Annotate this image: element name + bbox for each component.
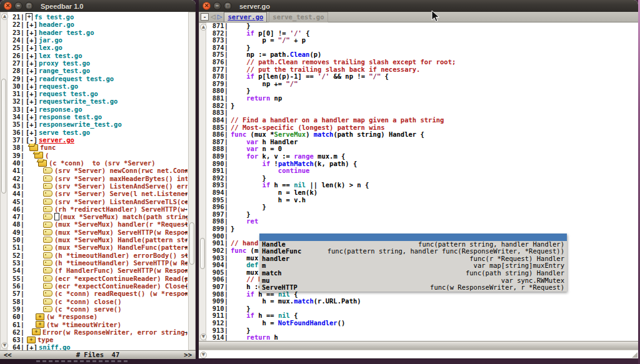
group-open-icon[interactable] bbox=[38, 160, 47, 167]
speedbar-row[interactable]: 30|[+]request.go bbox=[8, 82, 188, 90]
speedbar-item-label[interactable]: (mux *ServeMux) match(path string) Ha bbox=[59, 213, 188, 220]
code-line[interactable]: 891| continue bbox=[207, 167, 637, 175]
speedbar-item-label[interactable]: (ecr *expectContinueReader) Close() e bbox=[54, 282, 188, 290]
tab-server-go[interactable]: server.go bbox=[224, 12, 267, 22]
speedbar-row[interactable]: 22|[+]header.go bbox=[8, 21, 188, 28]
tab-scroll-left-icon[interactable]: ◁ bbox=[211, 13, 216, 21]
completion-candidate[interactable]: ServeHTTPfunc(w ResponseWriter, r *Reque… bbox=[259, 284, 567, 292]
speedbar-item-label[interactable]: (f HandlerFunc) ServeHTTP(w ResponseW bbox=[54, 267, 188, 274]
speedbar-row[interactable]: 42|(srv *Server) maxHeaderBytes() int bbox=[8, 175, 188, 182]
code-line[interactable]: 895| h = v.h bbox=[207, 197, 637, 204]
speedbar-row[interactable]: 43|(srv *Server) ListenAndServe() error bbox=[8, 182, 188, 190]
speedbar-row[interactable]: 54|(f HandlerFunc) ServeHTTP(w ResponseW… bbox=[8, 267, 188, 274]
speedbar-row[interactable]: 44|(srv *Server) Serve(l net.Listener) e… bbox=[8, 190, 188, 197]
code-line[interactable]: 875| np := path.Clean(p) bbox=[207, 51, 637, 59]
completion-popup[interactable]: Handlefunc(pattern string, handler Handl… bbox=[259, 234, 567, 292]
code-line[interactable]: 898| ret bbox=[207, 218, 637, 225]
speedbar-modeline[interactable]: << # Files 47 >> bbox=[0, 350, 196, 359]
code-line[interactable]: 908| if h == nil { bbox=[207, 291, 637, 298]
speedbar-row[interactable]: 34|[+]response_test.go bbox=[8, 113, 188, 121]
code-line[interactable]: 897| } bbox=[207, 211, 637, 219]
expand-icon[interactable]: [+] bbox=[26, 97, 38, 105]
speedbar-item-label[interactable]: request_test.go bbox=[39, 90, 98, 97]
tag-icon[interactable] bbox=[43, 260, 52, 266]
expand-icon[interactable]: [+] bbox=[26, 67, 38, 74]
speedbar-item-label[interactable]: (h *timeoutHandler) errorBody() strin bbox=[54, 252, 188, 259]
expand-icon[interactable]: [+] bbox=[26, 59, 38, 67]
expand-icon[interactable]: [+] bbox=[26, 343, 38, 350]
speedbar-row[interactable]: 48|(mux *ServeMux) handler(r *Request) H… bbox=[8, 220, 188, 228]
code-line[interactable]: 874| } bbox=[207, 44, 637, 52]
completion-candidate[interactable]: matchfunc(path string) Handler bbox=[259, 270, 567, 277]
completion-candidate[interactable] bbox=[259, 234, 567, 241]
tag-icon[interactable] bbox=[43, 229, 52, 235]
tag-icon[interactable] bbox=[43, 267, 52, 273]
speedbar-row[interactable]: 55|(ecr *expectContinueReader) Read(p []… bbox=[8, 275, 188, 282]
speedbar-row[interactable]: 56|(ecr *expectContinueReader) Close() e… bbox=[8, 282, 188, 290]
tag-icon[interactable] bbox=[43, 190, 52, 197]
code-line[interactable]: 886|func (mux *ServeMux) match(path stri… bbox=[207, 131, 637, 139]
speedbar-item-label[interactable]: range_test.go bbox=[39, 67, 90, 74]
speedbar-item-label[interactable]: (rh *redirectHandler) ServeHTTP(w Res bbox=[54, 205, 188, 213]
close-icon[interactable]: ✕ bbox=[202, 2, 211, 10]
expand-icon[interactable]: [+] bbox=[26, 44, 38, 51]
speedbar-row[interactable]: 45|(srv *Server) ListenAndServeTLS(certF… bbox=[8, 198, 188, 205]
speedbar-row[interactable]: 38|func bbox=[8, 144, 188, 151]
collapse-icon[interactable]: [-] bbox=[26, 136, 38, 144]
speedbar-item-label[interactable]: (tw *timeoutWriter) bbox=[46, 321, 121, 328]
speedbar-row[interactable]: 39|( bbox=[8, 152, 188, 159]
tag-icon[interactable] bbox=[43, 206, 52, 212]
code-line[interactable]: 871| } bbox=[207, 22, 637, 30]
speedbar-scroll-right[interactable]: >> bbox=[184, 351, 192, 359]
speedbar-item-label[interactable]: (srv *Server) ListenAndServe() error bbox=[54, 182, 188, 190]
speedbar-item-label[interactable]: fs_test.go bbox=[34, 13, 74, 21]
speedbar-row[interactable]: 58|(c *conn) close() bbox=[8, 298, 188, 305]
speedbar-row[interactable]: 64|[+]sniff.go bbox=[8, 343, 188, 350]
speedbar-right-scrollbar[interactable] bbox=[188, 12, 196, 350]
tag-icon[interactable] bbox=[43, 214, 52, 220]
minimize-icon[interactable]: − bbox=[213, 2, 221, 10]
maximize-icon[interactable]: □ bbox=[25, 2, 33, 10]
code-line[interactable]: 889| for k, v := range mux.m { bbox=[207, 153, 637, 160]
code-line[interactable]: 881| return np bbox=[207, 95, 637, 102]
speedbar-item-label[interactable]: (w *response) bbox=[46, 313, 98, 320]
speedbar-row[interactable]: 52|(h *timeoutHandler) errorBody() strin… bbox=[8, 252, 188, 259]
code-line[interactable]: 890| if !pathMatch(k, path) { bbox=[207, 160, 637, 168]
code-line[interactable]: 879| np += "/" bbox=[207, 81, 637, 88]
code-line[interactable]: 894| n = len(k) bbox=[207, 189, 637, 197]
speedbar-row[interactable]: 24|[+]jar.go bbox=[8, 36, 188, 44]
code-line[interactable]: 880| } bbox=[207, 87, 637, 95]
group-plus-icon[interactable]: + bbox=[36, 313, 44, 320]
speedbar-item-label[interactable]: readrequest_test.go bbox=[39, 75, 114, 82]
tag-icon[interactable] bbox=[43, 237, 52, 243]
tag-icon[interactable] bbox=[43, 283, 52, 289]
editor-scrollbar[interactable]: ▲ ▼ bbox=[199, 22, 206, 342]
speedbar-row[interactable]: 33|[+]response.go bbox=[8, 106, 188, 113]
code-line[interactable]: 892| } bbox=[207, 175, 637, 182]
speedbar-item-label[interactable]: type bbox=[38, 336, 53, 343]
speedbar-row[interactable]: 63|+type bbox=[8, 336, 188, 343]
minimize-icon[interactable]: − bbox=[14, 2, 22, 10]
code-line[interactable]: 912| h = NotFoundHandler() bbox=[207, 320, 637, 327]
tag-icon[interactable] bbox=[43, 175, 52, 182]
speedbar-item-label[interactable]: (srv *Server) newConn(rwc net.Conn) ( bbox=[54, 167, 188, 174]
speedbar-row[interactable]: 29|[+]readrequest_test.go bbox=[8, 75, 188, 82]
tab-serve-test-go[interactable]: serve_test.go bbox=[269, 12, 328, 22]
expand-icon[interactable]: [+] bbox=[26, 113, 38, 121]
scroll-down-icon[interactable]: ▼ bbox=[200, 333, 207, 340]
speedbar-item-label[interactable]: (ecr *expectContinueReader) Read(p [] bbox=[54, 275, 188, 282]
code-line[interactable]: 910| } bbox=[207, 305, 637, 313]
editor-buffer[interactable]: ▲ ▼ 871| }872| if p[0] != '/' {873| p = … bbox=[199, 22, 638, 342]
code-line[interactable]: 893| if h == nil || len(k) > n { bbox=[207, 182, 637, 189]
speedbar-item-label[interactable]: request.go bbox=[39, 82, 78, 90]
speedbar-item-label[interactable]: (h *timeoutHandler) ServeHTTP(w Respo bbox=[54, 259, 188, 267]
minibuffer-echo-area[interactable]: ▼ bbox=[199, 350, 638, 358]
speedbar-row[interactable]: 49|(mux *ServeMux) ServeHTTP(w ResponseW… bbox=[8, 229, 188, 236]
group-plus-icon[interactable]: + bbox=[36, 321, 44, 328]
speedbar-item-label[interactable]: ( bbox=[45, 152, 49, 159]
editor-titlebar[interactable]: ✕ − □ server.go bbox=[199, 0, 638, 12]
tab-minus-button[interactable]: - bbox=[201, 13, 209, 21]
code-line[interactable]: 885|// Most-specific (longest) pattern w… bbox=[207, 124, 637, 132]
speedbar-item-label[interactable]: server.go bbox=[39, 136, 74, 144]
speedbar-left-scrollbar[interactable]: ▲ ▼ bbox=[0, 12, 8, 350]
